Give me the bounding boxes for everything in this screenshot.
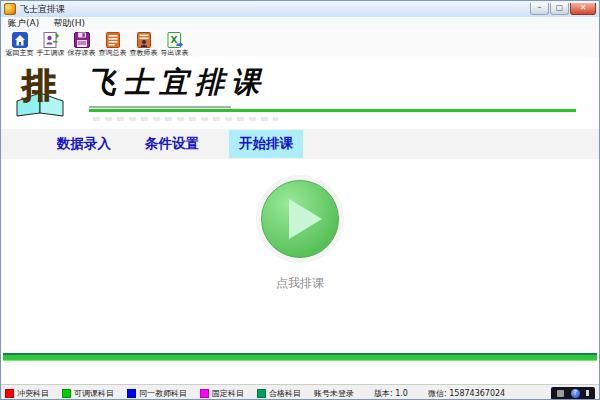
legend-conflict-swatch [5, 389, 14, 398]
tab-data-entry[interactable]: 数据录入 [53, 130, 115, 158]
main-panel: 点我排课 [1, 159, 599, 353]
badge-chip-icon [557, 390, 564, 397]
toolbar-home-label: 返回主页 [6, 49, 34, 57]
svg-text:X: X [170, 35, 177, 45]
minimize-button[interactable]: – [530, 3, 549, 15]
window-title: 飞士宜排课 [20, 3, 65, 16]
banner: 排 飞士宜排课 [1, 57, 599, 129]
play-icon [289, 199, 322, 239]
legend-fixed-swatch [200, 389, 209, 398]
legend-fixed-label: 固定科目 [212, 388, 244, 399]
legend-conflict: 冲突科目 [5, 388, 49, 399]
toolbar-save-button[interactable]: 保存课表 [66, 31, 97, 57]
home-icon [11, 31, 29, 49]
toolbar-teacher-table-label: 查教师表 [130, 49, 158, 57]
banner-faint-tagline [93, 117, 278, 121]
banner-underline-green [89, 109, 576, 112]
tab-condition-settings[interactable]: 条件设置 [141, 130, 203, 158]
toolbar-teacher-table-button[interactable]: 查教师表 [128, 31, 159, 57]
legend-fixed: 固定科目 [200, 388, 244, 399]
help-ball-icon: ? [571, 389, 580, 398]
svg-text:排: 排 [21, 65, 56, 105]
legend-qualified-label: 合格科目 [269, 388, 301, 399]
status-bar: 冲突科目 可调课科目 同一教师科目 固定科目 合格科目 账号未登录 版本: 1.… [1, 384, 599, 400]
query-table-icon [104, 31, 122, 49]
tab-start-scheduling[interactable]: 开始排课 [229, 130, 303, 158]
help-badge[interactable]: ? [551, 387, 595, 400]
menu-help[interactable]: 帮助(H) [46, 16, 92, 31]
version-label: 版本: 1.0 [374, 388, 408, 399]
teacher-table-icon [135, 31, 153, 49]
toolbar: 返回主页 手工调课 保存课表 [1, 30, 599, 59]
banner-app-title: 飞士宜排课 [87, 63, 267, 103]
menu-bar: 账户(A) 帮助(H) [1, 17, 599, 31]
legend-qualified-swatch [257, 389, 266, 398]
legend-same-teacher: 同一教师科目 [127, 388, 187, 399]
start-scheduling-play-button[interactable] [261, 180, 339, 258]
legend-conflict-label: 冲突科目 [17, 388, 49, 399]
login-status: 账号未登录 [314, 388, 354, 399]
maximize-button[interactable]: ▢ [550, 3, 569, 15]
manual-adjust-icon [42, 31, 60, 49]
window-controls: – ▢ ✕ [530, 3, 596, 15]
close-button[interactable]: ✕ [570, 3, 596, 15]
legend-adjustable: 可调课科目 [62, 388, 114, 399]
toolbar-manual-adjust-label: 手工调课 [37, 49, 65, 57]
toolbar-query-total-button[interactable]: 查询总表 [97, 31, 128, 57]
app-icon [4, 3, 16, 15]
legend-same-teacher-swatch [127, 389, 136, 398]
green-divider-bar [3, 353, 597, 361]
export-excel-icon: X [166, 31, 184, 49]
menu-account[interactable]: 账户(A) [1, 16, 46, 31]
play-button-ring [256, 175, 344, 263]
contact-label: 微信: 15874367024 [428, 388, 505, 399]
badge-dot-icon [586, 390, 589, 396]
banner-underline-muted [89, 106, 231, 108]
play-area: 点我排课 [256, 175, 344, 292]
toolbar-manual-adjust-button[interactable]: 手工调课 [35, 31, 66, 57]
app-logo-book-icon: 排 [13, 63, 71, 117]
app-window: 飞士宜排课 – ▢ ✕ 账户(A) 帮助(H) 返回主页 [0, 0, 600, 400]
legend-qualified: 合格科目 [257, 388, 301, 399]
legend-adjustable-label: 可调课科目 [74, 388, 114, 399]
save-floppy-icon [73, 31, 91, 49]
toolbar-query-total-label: 查询总表 [99, 49, 127, 57]
toolbar-home-button[interactable]: 返回主页 [4, 31, 35, 57]
toolbar-export-label: 导出课表 [161, 49, 189, 57]
legend-same-teacher-label: 同一教师科目 [139, 388, 187, 399]
tab-strip: 数据录入 条件设置 开始排课 [1, 129, 599, 159]
toolbar-save-label: 保存课表 [68, 49, 96, 57]
toolbar-export-button[interactable]: X 导出课表 [159, 31, 190, 57]
play-caption: 点我排课 [256, 275, 344, 292]
legend-adjustable-swatch [62, 389, 71, 398]
